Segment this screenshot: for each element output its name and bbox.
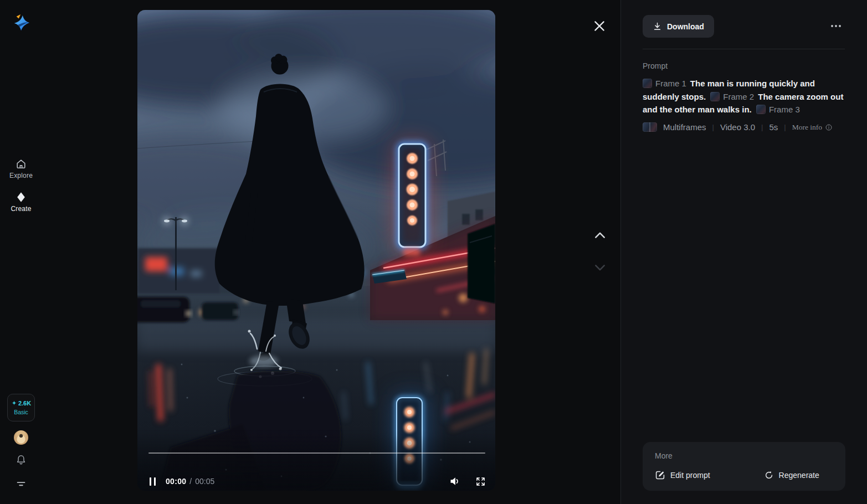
- user-avatar[interactable]: [14, 430, 28, 445]
- more-options-button[interactable]: [829, 20, 843, 32]
- meta-separator: |: [784, 123, 786, 131]
- home-icon: [15, 158, 27, 170]
- fullscreen-icon: [475, 476, 486, 487]
- sidebar-item-label: Explore: [9, 172, 33, 179]
- edit-prompt-button[interactable]: Edit prompt: [655, 470, 710, 480]
- diamond-icon: [15, 191, 27, 203]
- more-info-label: More info: [792, 123, 822, 132]
- time-separator: /: [189, 477, 192, 486]
- plan-label: Basic: [14, 409, 28, 415]
- generation-meta: Multiframes | Video 3.0 | 5s | More info: [643, 122, 833, 132]
- notifications-button[interactable]: [15, 454, 27, 468]
- ellipsis-icon: [829, 20, 843, 32]
- frame-1-tag: Frame 1: [655, 79, 686, 88]
- duration-label: 5s: [769, 122, 778, 132]
- meta-separator: |: [761, 123, 763, 131]
- download-icon: [653, 22, 662, 31]
- more-actions-panel: More Edit prompt Regenerate: [643, 442, 845, 491]
- frame-3-tag: Frame 3: [769, 105, 800, 114]
- info-icon: [825, 124, 833, 131]
- more-info-link[interactable]: More info: [792, 123, 833, 132]
- frame-2-tag: Frame 2: [723, 92, 754, 101]
- regenerate-icon: [764, 470, 774, 480]
- frame-2-thumbnail[interactable]: [710, 92, 720, 101]
- edit-prompt-label: Edit prompt: [670, 471, 710, 480]
- divider: [643, 49, 845, 49]
- prompt-text: Frame 1The man is running quickly and su…: [643, 77, 847, 116]
- menu-icon: [15, 477, 27, 490]
- multiframes-thumbnail: [643, 122, 657, 132]
- time-display: 00:00 / 00:05: [166, 477, 214, 486]
- download-button[interactable]: Download: [643, 15, 714, 38]
- chevron-up-icon: [593, 228, 607, 243]
- video-player[interactable]: 00:00 / 00:05: [137, 10, 495, 491]
- pause-button[interactable]: [148, 475, 157, 488]
- close-button[interactable]: [593, 19, 607, 34]
- volume-icon: [448, 475, 461, 488]
- chevron-down-icon: [593, 260, 607, 275]
- regenerate-label: Regenerate: [779, 471, 819, 480]
- bell-icon: [15, 454, 27, 466]
- sparkle-icon: [11, 400, 17, 407]
- app-logo-icon[interactable]: [12, 13, 31, 32]
- video-frame-art: [137, 10, 495, 491]
- stage: Explore Create 2.6K Basic: [0, 0, 621, 504]
- details-panel: Download Prompt Frame 1The man is runnin…: [622, 0, 867, 504]
- close-icon: [593, 19, 606, 33]
- more-menu-button[interactable]: [15, 477, 27, 492]
- regenerate-button[interactable]: Regenerate: [764, 470, 819, 480]
- previous-item-button[interactable]: [593, 228, 607, 243]
- sidebar-item-create[interactable]: Create: [4, 191, 38, 213]
- frame-3-thumbnail[interactable]: [756, 105, 766, 114]
- download-label: Download: [667, 22, 704, 31]
- mode-label: Multiframes: [663, 122, 706, 132]
- credits-amount: 2.6K: [18, 400, 31, 407]
- fullscreen-button[interactable]: [475, 476, 486, 487]
- edit-icon: [655, 470, 665, 480]
- sidebar-item-label: Create: [11, 205, 31, 213]
- credits-badge[interactable]: 2.6K Basic: [7, 394, 35, 421]
- model-label: Video 3.0: [720, 122, 755, 132]
- seek-bar[interactable]: [148, 452, 485, 454]
- prompt-label: Prompt: [643, 61, 668, 70]
- volume-button[interactable]: [448, 475, 461, 488]
- frame-1-thumbnail[interactable]: [643, 79, 652, 88]
- time-total: 00:05: [195, 477, 214, 486]
- time-current: 00:00: [166, 477, 186, 486]
- meta-separator: |: [712, 123, 714, 131]
- more-panel-title: More: [655, 451, 833, 460]
- next-item-button[interactable]: [593, 260, 607, 275]
- sidebar-item-explore[interactable]: Explore: [4, 158, 38, 179]
- player-controls: 00:00 / 00:05: [148, 473, 486, 490]
